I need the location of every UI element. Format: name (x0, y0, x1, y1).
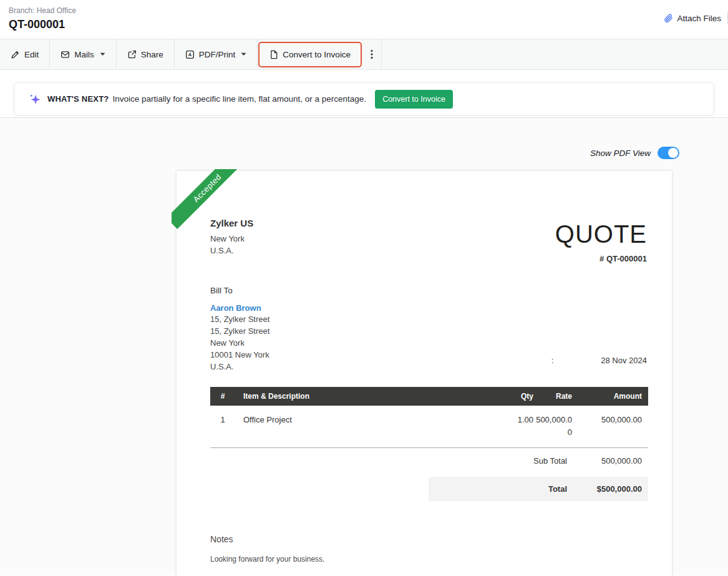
quote-date-separator: : (551, 356, 554, 365)
notes-section: Notes Looking forward for your business. (177, 501, 672, 564)
pdf-icon: A (185, 50, 195, 59)
svg-text:A: A (188, 52, 192, 57)
company-name: Zylker US (210, 218, 253, 228)
page-title: QT-000001 (9, 18, 76, 31)
totals-section: Sub Total 500,000.00 Total $500,000.00 (429, 448, 648, 501)
convert-to-invoice-cta-button[interactable]: Convert to Invoice (375, 90, 453, 109)
table-header-row: # Item & Description Qty Rate Amount (210, 387, 648, 406)
document-title: QUOTE (555, 222, 647, 247)
document-header: Zylker US New York U.S.A. QUOTE # QT-000… (177, 171, 672, 263)
toolbar: Edit Mails Share (0, 39, 728, 70)
customer-address-line: 15, Zylker Street (210, 325, 647, 337)
quote-document: Accepted Zylker US New York U.S.A. QUOTE… (177, 171, 672, 575)
chevron-down-icon (241, 52, 246, 56)
whats-next-banner: WHAT'S NEXT? Invoice partially for a spe… (14, 82, 714, 115)
cell-rate: 500,000.00 (533, 406, 572, 448)
top-section: Branch: Head Office QT-000001 Attach Fil… (0, 0, 728, 118)
total-row: Total $500,000.00 (429, 477, 648, 501)
whats-next-message: Invoice partially for a specific line it… (112, 94, 366, 104)
toggle-knob (668, 148, 678, 158)
share-label: Share (141, 50, 163, 59)
total-label: Total (435, 484, 567, 494)
notes-label: Notes (210, 534, 647, 544)
share-button[interactable]: Share (117, 39, 175, 69)
more-actions-button[interactable] (362, 39, 382, 69)
cell-amount: 500,000.00 (572, 406, 648, 448)
envelope-icon (61, 50, 70, 59)
share-icon (127, 50, 137, 59)
edit-button[interactable]: Edit (0, 39, 50, 69)
total-value: $500,000.00 (567, 484, 642, 494)
show-pdf-view-label: Show PDF View (590, 149, 651, 158)
sub-total-row: Sub Total 500,000.00 (429, 448, 648, 474)
breadcrumb-branch: Branch: Head Office (9, 6, 76, 15)
pencil-icon (11, 50, 20, 59)
bill-to-section: Bill To Aaron Brown 15, Zylker Street 15… (177, 263, 672, 373)
cell-index: 1 (210, 406, 235, 448)
pdf-preview-area: Show PDF View Accepted Zylker US New Yor… (0, 118, 728, 575)
pdf-print-button[interactable]: A PDF/Print (175, 39, 258, 69)
bill-to-label: Bill To (210, 286, 647, 295)
mails-button[interactable]: Mails (50, 39, 117, 69)
quote-date-row: : 28 Nov 2024 (551, 356, 647, 365)
cell-item: Office Project (235, 406, 487, 448)
sub-total-label: Sub Total (435, 456, 567, 466)
col-header-amount: Amount (572, 387, 648, 406)
company-block: Zylker US New York U.S.A. (210, 218, 253, 263)
document-number: # QT-000001 (555, 254, 647, 263)
pdf-print-label: PDF/Print (199, 50, 236, 59)
pdf-toggle-row: Show PDF View (0, 118, 728, 159)
quote-date-value: 28 Nov 2024 (601, 356, 647, 365)
mails-label: Mails (74, 50, 94, 59)
convert-to-invoice-label: Convert to Invoice (283, 50, 351, 59)
col-header-rate: Rate (533, 387, 572, 406)
title-block: Branch: Head Office QT-000001 (9, 6, 76, 31)
sparkle-icon (29, 93, 41, 105)
paperclip-icon (664, 14, 673, 23)
line-items-table: # Item & Description Qty Rate Amount 1 O… (210, 387, 648, 448)
sub-total-value: 500,000.00 (567, 456, 642, 466)
document-icon (269, 50, 278, 59)
company-city: New York (210, 233, 253, 245)
convert-to-invoice-button[interactable]: Convert to Invoice (258, 42, 362, 67)
col-header-item: Item & Description (235, 387, 487, 406)
kebab-menu-icon (371, 49, 373, 59)
convert-highlight-wrap: Convert to Invoice (258, 39, 362, 69)
show-pdf-view-toggle[interactable] (658, 147, 679, 159)
notes-text: Looking forward for your business. (210, 555, 647, 564)
col-header-index: # (210, 387, 235, 406)
cell-qty: 1.00 (487, 406, 533, 448)
page-header: Branch: Head Office QT-000001 Attach Fil… (0, 0, 728, 39)
customer-address-line: New York (210, 337, 647, 349)
line-items-table-wrap: # Item & Description Qty Rate Amount 1 O… (210, 387, 648, 448)
customer-address-line: 15, Zylker Street (210, 313, 647, 325)
customer-name-link[interactable]: Aaron Brown (210, 303, 261, 313)
chevron-down-icon (100, 52, 105, 56)
col-header-qty: Qty (487, 387, 533, 406)
whats-next-label: WHAT'S NEXT? (47, 94, 109, 104)
company-country: U.S.A. (210, 245, 253, 256)
attach-files-label: Attach Files (677, 14, 721, 23)
table-row: 1 Office Project 1.00 500,000.00 500,000… (210, 406, 648, 448)
edit-label: Edit (24, 50, 39, 59)
document-title-block: QUOTE # QT-000001 (555, 218, 647, 263)
attach-files-button[interactable]: Attach Files (664, 12, 728, 24)
